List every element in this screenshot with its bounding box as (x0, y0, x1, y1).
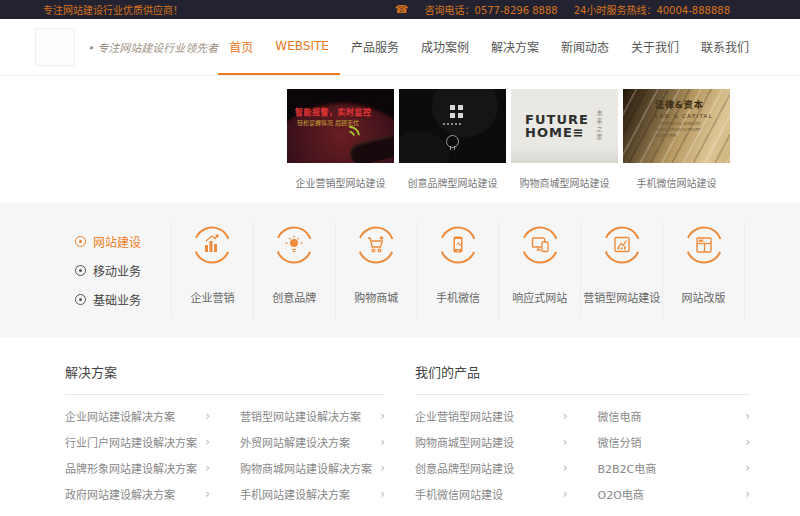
main-nav: 首页 WEBSITE 产品服务 成功案例 解决方案 新闻动态 关于我们 联系我们 (218, 19, 760, 75)
footer-link[interactable]: 营销型网站建设解决方案 › (240, 403, 385, 429)
service-item-responsive[interactable]: 响应式网站 (498, 223, 580, 319)
services-menu-item-website[interactable]: 网站建设 (75, 233, 171, 250)
nav-item-solutions[interactable]: 解决方案 (480, 19, 550, 75)
topbar: 专注网站建设行业优质供应商！ ☎ 咨询电话：0577-8296 8888 24小… (0, 0, 800, 19)
footer-link[interactable]: 企业营销型网站建设 › (415, 403, 568, 429)
card-caption: 创意品牌型网站建设 (399, 175, 506, 190)
bulb-outline-icon (446, 135, 459, 148)
enterprise-card-image: 智能报警，实时监控 轻松掌握情况 后顾无忧 (287, 89, 394, 163)
chevron-right-icon: › (745, 409, 750, 423)
service-item-wechat[interactable]: 手机微信 (417, 223, 499, 319)
chevron-right-icon: › (205, 435, 210, 449)
footer-link[interactable]: 手机网站建设解决方案 › (240, 481, 385, 507)
layout-icon (684, 225, 724, 265)
footer: 解决方案 企业网站建设解决方案 › 营销型网站建设解决方案 › 行业门户网站建设… (0, 338, 800, 507)
chevron-right-icon: › (205, 409, 210, 423)
bar-chart-icon (192, 225, 232, 265)
services-menu: 网站建设 移动业务 基础业务 (75, 233, 171, 308)
radio-bullet-icon (75, 236, 86, 247)
phone-icon: ☎ (395, 4, 409, 15)
cart-icon (356, 225, 396, 265)
services-section: 网站建设 移动业务 基础业务 企业营销 (0, 203, 800, 338)
chevron-right-icon: › (205, 461, 210, 475)
site-tagline: • 专注网站建设行业领先者 (87, 39, 218, 55)
service-item-marketing[interactable]: 企业营销 (171, 223, 253, 319)
nav-item-contact[interactable]: 联系我们 (690, 19, 760, 75)
footer-link[interactable]: B2B2C电商 › (598, 455, 751, 481)
footer-link[interactable]: 政府网站建设解决方案 › (65, 481, 210, 507)
product-showcase: 智能报警，实时监控 轻松掌握情况 后顾无忧 企业营销型网站建设 创意品牌型网站建… (0, 76, 800, 203)
chevron-right-icon: › (563, 435, 568, 449)
footer-link[interactable]: 创意品牌型网站建设 › (415, 455, 568, 481)
card-caption: 手机微信网站建设 (623, 175, 730, 190)
chevron-right-icon: › (205, 487, 210, 501)
topbar-contact: ☎ 咨询电话：0577-8296 8888 24小时服务热线：40004-888… (395, 2, 730, 17)
showcase-card-wechat[interactable]: 法律&资本 LAW & CAPITAL COMMERCIAL DISPUTE R… (623, 89, 730, 190)
showcase-card-enterprise[interactable]: 智能报警，实时监控 轻松掌握情况 后顾无忧 企业营销型网站建设 (287, 89, 394, 190)
chevron-right-icon: › (563, 409, 568, 423)
nav-item-about[interactable]: 关于我们 (620, 19, 690, 75)
solutions-title: 解决方案 (65, 362, 385, 395)
services-items: 企业营销 创意品牌 购物商 (171, 223, 745, 319)
nav-item-website[interactable]: WEBSITE (264, 19, 340, 75)
service-hotline: 24小时服务热线：40004-888888 (574, 2, 730, 17)
footer-link[interactable]: O2O电商 › (598, 481, 751, 507)
footer-link[interactable]: 手机微信网站建设 › (415, 481, 568, 507)
footer-solutions: 解决方案 企业网站建设解决方案 › 营销型网站建设解决方案 › 行业门户网站建设… (65, 362, 385, 507)
chevron-right-icon: › (745, 461, 750, 475)
law-capital-subtitle: LAW & CAPITAL (655, 113, 717, 119)
service-item-marketing-site[interactable]: 营销型网站建设 (580, 223, 662, 319)
chevron-right-icon: › (563, 487, 568, 501)
footer-link[interactable]: 微信电商 › (598, 403, 751, 429)
header: • 专注网站建设行业领先者 首页 WEBSITE 产品服务 成功案例 解决方案 … (0, 19, 800, 76)
products-title: 我们的产品 (415, 362, 750, 395)
footer-link[interactable]: 购物商城型网站建设 › (415, 429, 568, 455)
chevron-right-icon: › (563, 461, 568, 475)
chevron-right-icon: › (745, 487, 750, 501)
chevron-right-icon: › (380, 461, 385, 475)
consult-phone-number: 咨询电话：0577-8296 8888 (425, 2, 558, 17)
creative-card-image (399, 89, 506, 163)
mall-card-image: FUTURE HOME≡ 未来之家 (511, 89, 618, 163)
service-item-mall[interactable]: 购物商城 (335, 223, 417, 319)
future-home-logo: FUTURE HOME≡ (525, 113, 589, 140)
services-menu-item-basic[interactable]: 基础业务 (75, 291, 171, 308)
law-capital-tagline: COMMERCIAL DISPUTE RESOLUTION SUPPORT PL… (655, 121, 717, 139)
smartphone-icon (438, 225, 478, 265)
showcase-card-mall[interactable]: FUTURE HOME≡ 未来之家 购物商城型网站建设 (511, 89, 618, 190)
card-caption: 购物商城型网站建设 (511, 175, 618, 190)
nav-item-products[interactable]: 产品服务 (340, 19, 410, 75)
footer-link[interactable]: 行业门户网站建设解决方案 › (65, 429, 210, 455)
brand-mark-icon (450, 105, 455, 110)
chevron-right-icon: › (745, 435, 750, 449)
chevron-right-icon: › (380, 409, 385, 423)
logo[interactable] (35, 28, 75, 66)
radio-bullet-icon (75, 265, 86, 276)
footer-link[interactable]: 微信分销 › (598, 429, 751, 455)
radio-bullet-icon (75, 294, 86, 305)
footer-link[interactable]: 外贸网站解建设决方案 › (240, 429, 385, 455)
nav-item-cases[interactable]: 成功案例 (410, 19, 480, 75)
card-caption: 企业营销型网站建设 (287, 175, 394, 190)
chevron-right-icon: › (380, 487, 385, 501)
footer-products: 我们的产品 企业营销型网站建设 › 微信电商 › 购物商城型网站建设 › 微信分… (415, 362, 750, 507)
future-home-cn: 未来之家 (595, 110, 604, 142)
topbar-slogan: 专注网站建设行业优质供应商！ (43, 2, 183, 17)
footer-link[interactable]: 品牌形象网站建设解决方案 › (65, 455, 210, 481)
services-menu-item-mobile[interactable]: 移动业务 (75, 262, 171, 279)
chevron-right-icon: › (380, 435, 385, 449)
nav-item-news[interactable]: 新闻动态 (550, 19, 620, 75)
footer-link[interactable]: 企业网站建设解决方案 › (65, 403, 210, 429)
brand-text-graphic (443, 123, 463, 125)
nav-item-home[interactable]: 首页 (218, 19, 264, 75)
showcase-card-creative[interactable]: 创意品牌型网站建设 (399, 89, 506, 190)
law-capital-title: 法律&资本 (655, 98, 717, 111)
wechat-card-image: 法律&资本 LAW & CAPITAL COMMERCIAL DISPUTE R… (623, 89, 730, 163)
responsive-icon (520, 225, 560, 265)
service-item-creative[interactable]: 创意品牌 (253, 223, 335, 319)
bulb-icon (274, 225, 314, 265)
chart-frame-icon (602, 225, 642, 265)
service-item-redesign[interactable]: 网站改版 (662, 223, 745, 319)
card-art-headline: 智能报警，实时监控 (295, 106, 372, 117)
footer-link[interactable]: 购物商城网站建设解决方案 › (240, 455, 385, 481)
